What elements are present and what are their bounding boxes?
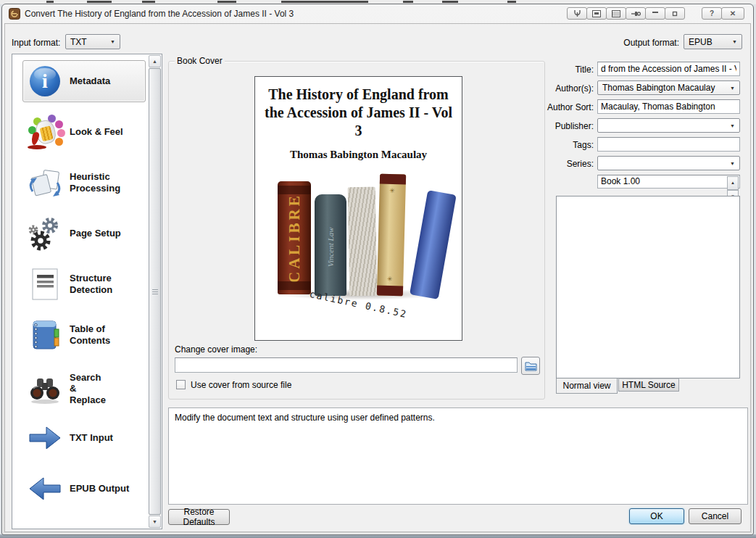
sidebar-item-label: Table of Contents [70,323,110,346]
background-text-fragment [142,1,155,3]
use-cover-checkbox-label: Use cover from source file [191,380,291,390]
background-text-fragment [217,1,236,3]
help-icon[interactable]: ? [702,7,722,20]
sidebar-item-structure-detection[interactable]: Structure Detection [22,263,146,305]
sidebar-item-search-and-replace[interactable]: Search & Replace [22,365,146,413]
tags-input[interactable] [597,137,740,152]
convert-dialog-window: Convert The History of England from the … [1,4,754,535]
calibre-app-icon [9,8,20,20]
spin-buttons[interactable]: ▲ ▼ [727,176,739,187]
cancel-button[interactable]: Cancel [689,508,742,524]
wrench-icon[interactable] [567,7,587,20]
background-text-fragment [507,1,516,3]
series-select[interactable]: ▼ [597,156,740,170]
book-cover-group-label: Book Cover [175,56,225,66]
sidebar-item-label: Search & Replace [70,372,106,406]
maximize-icon[interactable] [665,7,685,20]
sidebar-item-label: Page Setup [70,228,121,239]
background-text-fragment [442,1,458,3]
scroll-down-icon[interactable]: ▼ [149,516,161,528]
sidebar-scrollbar[interactable]: ▲ ▼ [149,55,161,528]
sidebar-item-page-setup[interactable]: Page Setup [22,212,146,254]
pattern-icon[interactable] [606,7,626,20]
notebook-icon [28,318,62,352]
sidebar-item-look-and-feel[interactable]: Look & Feel [22,111,146,153]
sidebar-item-metadata[interactable]: i Metadata [22,60,146,102]
cover-title-text: The History of England from the Accessio… [261,86,456,140]
background-text-fragment [87,1,112,3]
output-format-select[interactable]: EPUB ▼ [684,34,742,49]
folder-icon [525,361,537,371]
background-text-fragment [403,1,413,3]
book-spine-calibre: CALIBRE [278,181,311,294]
chevron-down-icon: ▼ [730,123,735,128]
calibre-logo-books: CALIBRE Vincent Law ✳✳ [275,167,443,302]
close-icon[interactable]: ✕ [721,7,744,20]
authors-value: Thomas Babington Macaulay [602,83,715,93]
tab-html-source[interactable]: HTML Source [618,378,679,392]
cover-preview: The History of England from the Accessio… [254,76,462,341]
restore-defaults-button[interactable]: Restore Defaults [168,509,230,525]
authors-select[interactable]: Thomas Babington Macaulay ▼ [597,80,740,95]
shade-window-icon[interactable] [586,7,607,20]
output-format-value: EPUB [689,37,713,47]
chevron-down-icon: ▼ [732,39,737,44]
input-format-value: TXT [70,37,87,47]
spin-up-icon[interactable]: ▲ [727,176,739,190]
conversion-sections-list: i Metadata Look & Feel [12,54,162,529]
sidebar-item-label: TXT Input [70,432,113,444]
tags-label: Tags: [541,140,594,150]
book-cover-group: Book Cover The History of England from t… [168,61,545,400]
sidebar-item-label: Look & Feel [70,126,123,138]
sidebar-item-heuristic-processing[interactable]: Heuristic Processing [22,162,146,204]
cover-path-input[interactable] [175,357,518,373]
sidebar-item-table-of-contents[interactable]: Table of Contents [22,314,146,356]
series-label: Series: [541,159,594,169]
use-cover-checkbox-row[interactable]: Use cover from source file [176,380,291,390]
sidebar-item-epub-output[interactable]: EPUB Output [22,468,146,510]
use-cover-checkbox[interactable] [176,380,186,389]
author-sort-input[interactable] [597,99,740,114]
tab-normal-view[interactable]: Normal view [556,378,618,394]
sidebar-item-label: Metadata [70,75,110,87]
chevron-down-icon: ▼ [730,161,735,166]
book-spine-blue [410,190,457,299]
publisher-select[interactable]: ▼ [597,118,740,133]
pin-icon[interactable] [626,7,646,20]
input-format-label: Input format: [12,38,60,48]
sidebar-item-label: EPUB Output [70,483,129,494]
title-input[interactable] [597,62,740,76]
gears-icon [28,216,62,251]
change-cover-label: Change cover image: [175,344,257,355]
titlebar[interactable]: Convert The History of England from the … [2,4,753,23]
title-label: Title: [541,65,594,75]
series-index-spinbox[interactable]: Book 1.00 ▲ ▼ [597,175,740,189]
book-spine-teal: Vincent Law [315,194,346,296]
background-text-fragment [46,1,54,3]
author-sort-label: Author Sort: [541,102,594,112]
authors-label: Author(s): [541,83,594,94]
input-format-select[interactable]: TXT ▼ [65,34,120,49]
scroll-up-icon[interactable]: ▲ [149,55,161,67]
chevron-down-icon: ▼ [110,39,115,44]
comments-editor[interactable] [556,196,740,378]
output-format-label: Output format: [612,38,679,48]
info-icon: i [28,64,62,99]
dialog-client-area: Input format: TXT ▼ Output format: EPUB … [4,23,751,532]
pages-rotate-icon [28,165,62,200]
stacked-papers [347,187,377,297]
scrollbar-thumb[interactable] [149,68,161,515]
sidebar-item-txt-input[interactable]: TXT Input [22,417,146,459]
arrow-left-icon [28,471,62,506]
arrow-right-icon [28,421,62,455]
ok-button[interactable]: OK [629,508,684,524]
sidebar-item-label: Heuristic Processing [70,171,120,194]
browse-cover-button[interactable] [521,357,540,375]
publisher-label: Publisher: [541,121,594,131]
document-lines-icon [28,267,62,302]
section-description-panel: Modify the document text and structure u… [168,407,748,505]
book-spine-gold: ✳✳ [376,174,405,297]
chevron-down-icon: ▼ [730,86,735,91]
minimize-icon[interactable] [645,7,665,20]
background-text-fragment [281,1,368,3]
